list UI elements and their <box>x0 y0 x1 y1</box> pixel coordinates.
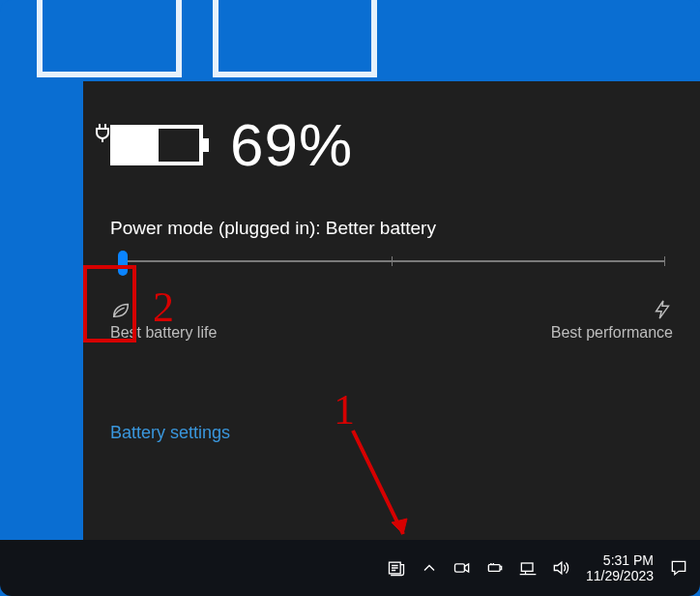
taskbar-clock[interactable]: 5:31 PM 11/29/2023 <box>580 552 659 583</box>
leaf-icon <box>110 299 131 320</box>
desktop-bg-shape <box>213 0 377 77</box>
tray-overflow-chevron-icon[interactable] <box>416 554 443 581</box>
svg-rect-3 <box>521 563 533 571</box>
meet-now-icon[interactable] <box>449 554 476 581</box>
action-center-icon[interactable] <box>665 554 692 581</box>
slider-label-right: Best performance <box>551 299 673 342</box>
slider-tick <box>664 256 665 266</box>
battery-percentage: 69% <box>230 110 353 179</box>
volume-tray-icon[interactable] <box>547 554 574 581</box>
svg-rect-1 <box>454 564 464 572</box>
slider-label-left: Best battery life <box>110 299 217 342</box>
news-tray-icon[interactable] <box>383 554 410 581</box>
clock-date: 11/29/2023 <box>586 568 654 583</box>
battery-settings-link[interactable]: Battery settings <box>110 423 230 443</box>
desktop-bg-shape <box>37 0 182 77</box>
slider-thumb[interactable] <box>118 251 128 276</box>
power-slider[interactable]: Best battery life Best performance <box>110 260 673 342</box>
slider-track <box>118 260 665 262</box>
slider-tick <box>392 256 393 266</box>
battery-tray-icon[interactable] <box>481 554 509 581</box>
clock-time: 5:31 PM <box>586 552 654 568</box>
battery-flyout: 69% Power mode (plugged in): Better batt… <box>83 81 700 540</box>
svg-rect-2 <box>488 565 500 572</box>
lightning-icon <box>652 299 673 320</box>
battery-header: 69% <box>110 110 673 179</box>
best-battery-label: Best battery life <box>110 324 217 342</box>
network-tray-icon[interactable] <box>514 554 541 581</box>
battery-charging-icon <box>110 125 203 165</box>
best-performance-label: Best performance <box>551 324 673 342</box>
taskbar: 5:31 PM 11/29/2023 <box>0 540 700 596</box>
power-mode-label: Power mode (plugged in): Better battery <box>110 218 673 239</box>
